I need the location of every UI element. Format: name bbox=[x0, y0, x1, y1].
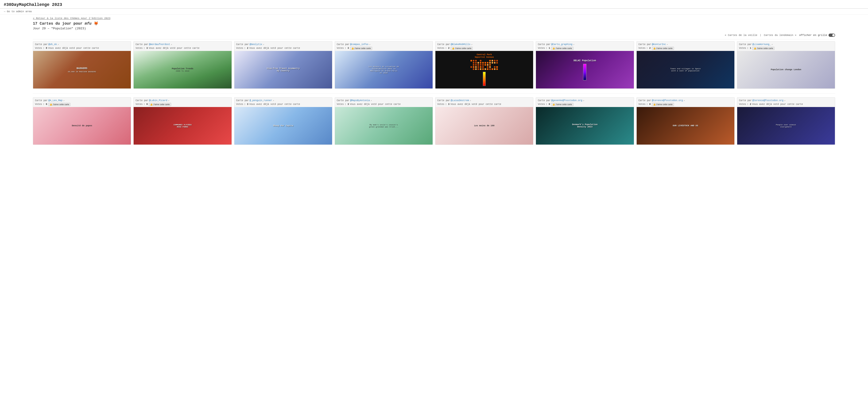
external-link-icon: ↗ bbox=[684, 99, 685, 102]
like-button[interactable]: 👍 J'aime cette carte bbox=[551, 103, 573, 106]
voted-text: Vous avez déjà voté pour cette carte bbox=[752, 103, 803, 106]
thumb-icon: 👍 bbox=[50, 103, 52, 106]
voted-text: Vous avez déjà voté pour cette carte bbox=[48, 47, 99, 50]
grid-toggle[interactable] bbox=[829, 34, 835, 37]
card-author-link[interactable]: @compas_infos bbox=[350, 43, 369, 46]
card-author-link[interactable]: @MapsByAntonia bbox=[350, 99, 370, 102]
map-card: Carte par @terence@fosstodon.org ↗Votes:… bbox=[737, 97, 835, 145]
card-image[interactable]: Towns and villages in Spainwith a lack o… bbox=[637, 51, 734, 89]
external-link-icon: ↗ bbox=[470, 99, 471, 102]
vote-count: : 3 bbox=[345, 103, 349, 106]
card-image[interactable]: Densité de papes bbox=[33, 107, 131, 144]
card-author-link[interactable]: @A_Lex_Map bbox=[49, 99, 62, 102]
map-card: Carte par @LisaHornung_ ↗Votes: 1👍 J'aim… bbox=[737, 41, 835, 89]
card-image[interactable]: OUR LIVESTOCK AND US bbox=[637, 107, 734, 144]
map-card: Carte par @LucasDestrem ↗Votes: 3Vous av… bbox=[435, 97, 533, 145]
map-card: Carte par @compas_infos ↗Votes: 3👍 J'aim… bbox=[335, 41, 433, 89]
card-image[interactable]: DELHI Population bbox=[536, 51, 633, 89]
map-card: Carte par @MapsByAntonia ↗Votes: 3Vous a… bbox=[335, 97, 433, 145]
cards-row-1: Carte par @oh_sk ↗Votes: 8Vous avez déjà… bbox=[33, 41, 835, 89]
external-link-icon: ↗ bbox=[667, 43, 668, 46]
card-image[interactable]: Visa-free Travel Asymmetryby Country bbox=[235, 51, 332, 89]
external-link-icon: ↗ bbox=[583, 99, 584, 102]
card-author-link[interactable]: @LucasDestrem bbox=[451, 99, 469, 102]
like-button[interactable]: 👍 J'aime cette carte bbox=[652, 103, 674, 106]
vote-count: : 3 bbox=[244, 103, 248, 106]
thumb-icon: 👍 bbox=[552, 47, 555, 49]
external-link-icon: ↗ bbox=[784, 99, 785, 102]
card-header: Carte par @LucasDestrem ↗Votes: 3Vous av… bbox=[435, 98, 533, 107]
like-button[interactable]: 👍 J'aime cette carte bbox=[752, 47, 775, 50]
like-button[interactable]: 👍 J'aime cette carte bbox=[451, 47, 473, 50]
card-author-link[interactable]: @Carto_graphing bbox=[551, 43, 572, 46]
card-image[interactable]: Sheep Per Capita bbox=[235, 107, 332, 144]
card-image[interactable]: Central ParkSquirrel Census bbox=[435, 51, 533, 89]
card-image[interactable]: COMMUNES VLYCÉESROSA PARKS bbox=[134, 107, 231, 144]
card-author-link[interactable]: @KonturInc bbox=[652, 43, 666, 46]
card-author-link[interactable]: @LisaHornung_ bbox=[752, 43, 771, 46]
card-image[interactable]: Denmark's PopulationDensity 2023 bbox=[536, 107, 633, 144]
vote-count: : 2 bbox=[244, 47, 248, 50]
like-button[interactable]: 👍 J'aime cette carte bbox=[350, 47, 372, 50]
card-image[interactable]: My mom's uncle's cousin'sgreat-grandad w… bbox=[335, 107, 433, 144]
card-header: Carte par @KonturInc ↗Votes: 2👍 J'aime c… bbox=[637, 41, 734, 51]
thumb-icon: 👍 bbox=[150, 103, 153, 106]
card-author-link[interactable]: @terence@fosstodon.org bbox=[752, 99, 783, 102]
map-card: Carte par @mordaufnordost ↗Votes: 3Vous … bbox=[133, 41, 231, 89]
card-author-link[interactable]: @mordaufnordost bbox=[149, 43, 170, 46]
next-day-link[interactable]: Cartes du lendemain » bbox=[764, 34, 797, 37]
like-button[interactable]: 👍 J'aime cette carte bbox=[551, 47, 573, 50]
map-card: Carte par @KonturInc ↗Votes: 2👍 J'aime c… bbox=[637, 41, 735, 89]
map-card: Carte par @Lubin_Picard ↗Votes: 6👍 J'aim… bbox=[133, 97, 231, 145]
card-author-link[interactable]: @terence@fosstodon.org bbox=[652, 99, 683, 102]
like-button[interactable]: 👍 J'aime cette carte bbox=[48, 103, 70, 106]
map-card: Carte par @terence@fosstodon.org ↗Votes:… bbox=[637, 97, 735, 145]
vote-count: : 3 bbox=[144, 47, 148, 50]
back-link[interactable]: « Retour à la liste des thèmes pour l'éd… bbox=[33, 17, 835, 20]
card-author-link[interactable]: @geoenke@fosstodon.org bbox=[551, 99, 582, 102]
like-button[interactable]: 👍 J'aime cette carte bbox=[149, 103, 171, 106]
vote-count: : 3 bbox=[445, 103, 450, 106]
card-header: Carte par @Geolytix ↗Votes: 2Vous avez d… bbox=[235, 41, 332, 51]
external-link-icon: ↗ bbox=[171, 43, 172, 46]
map-card: Carte par @oh_sk ↗Votes: 8Vous avez déjà… bbox=[33, 41, 131, 89]
card-author-link[interactable]: @Lubin_Picard bbox=[149, 99, 167, 102]
map-card: Carte par @A_Lex_Map ↗Votes: 6👍 J'aime c… bbox=[33, 97, 131, 145]
prev-day-link[interactable]: « Cartes de la veille bbox=[725, 34, 757, 37]
card-image[interactable]: Population Trends2000 To 2010 bbox=[134, 51, 231, 89]
thumb-icon: 👍 bbox=[653, 103, 656, 106]
map-card: Carte par @BlakeRobMills ↗Votes: 2👍 J'ai… bbox=[435, 41, 533, 89]
card-author-link[interactable]: @BlakeRobMills bbox=[451, 43, 470, 46]
voted-text: Vous avez déjà voté pour cette carte bbox=[249, 47, 300, 50]
thumb-icon: 👍 bbox=[351, 47, 354, 49]
thumb-icon: 👍 bbox=[653, 47, 656, 49]
top-nav: « Cartes de la veille | Cartes du lendem… bbox=[33, 34, 835, 37]
card-header: Carte par @terence@fosstodon.org ↗Votes:… bbox=[637, 98, 734, 107]
card-author-link[interactable]: @_penguin_runner bbox=[250, 99, 272, 102]
card-image[interactable]: People over almosteverywhere bbox=[737, 107, 835, 144]
vote-count: : 2 bbox=[445, 47, 450, 50]
card-author-link[interactable]: @oh_sk bbox=[49, 43, 57, 46]
voted-text: Vous avez déjà voté pour cette carte bbox=[350, 103, 401, 106]
card-image[interactable]: Population change London bbox=[737, 51, 835, 89]
card-image[interactable]: Les mineurs en situation devulnérabilité… bbox=[335, 51, 433, 89]
like-button[interactable]: 👍 J'aime cette carte bbox=[652, 47, 674, 50]
card-image[interactable]: BADGERS60,000 IN MADISON BADGERS bbox=[33, 51, 131, 89]
nav-links: « Cartes de la veille | Cartes du lendem… bbox=[725, 34, 796, 37]
admin-link[interactable]: → Go to admin area bbox=[0, 9, 868, 14]
thumb-icon: 👍 bbox=[552, 103, 555, 106]
map-card: Carte par @Carto_graphing ↗Votes: 1👍 J'a… bbox=[536, 41, 634, 89]
card-header: Carte par @compas_infos ↗Votes: 3👍 J'aim… bbox=[335, 41, 433, 51]
card-author-link[interactable]: @Geolytix bbox=[250, 43, 262, 46]
vote-count: : 1 bbox=[747, 47, 751, 50]
vote-count: : 8 bbox=[43, 47, 47, 50]
vote-count: : 6 bbox=[144, 103, 148, 106]
external-link-icon: ↗ bbox=[573, 43, 574, 46]
external-link-icon: ↗ bbox=[772, 43, 773, 46]
vote-count: : 1 bbox=[546, 47, 550, 50]
external-link-icon: ↗ bbox=[58, 43, 59, 46]
display-toggle: Afficher en grille bbox=[799, 34, 835, 37]
map-card: Carte par @Geolytix ↗Votes: 2Vous avez d… bbox=[234, 41, 332, 89]
card-image[interactable]: Les moins de 100 bbox=[435, 107, 533, 144]
map-card: Carte par @geoenke@fosstodon.org ↗Votes:… bbox=[536, 97, 634, 145]
